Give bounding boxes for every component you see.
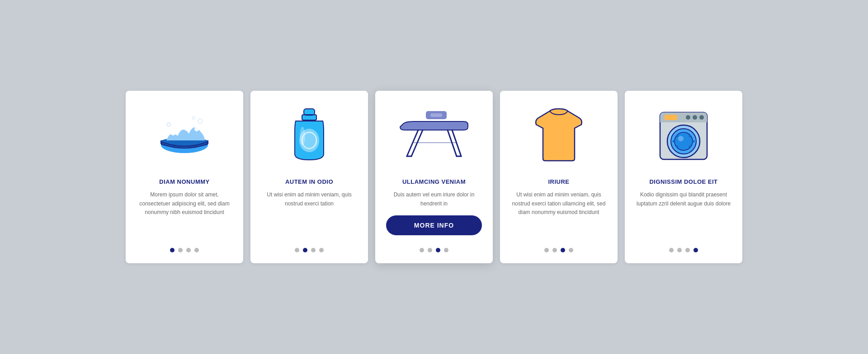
dot <box>311 248 316 252</box>
dot <box>428 248 432 252</box>
svg-rect-29 <box>665 115 677 120</box>
card-text-3: Duis autem vel eum iriure dolor in hendr… <box>386 191 482 208</box>
dots-1 <box>170 248 199 252</box>
svg-point-5 <box>167 123 170 126</box>
svg-point-38 <box>689 135 691 137</box>
card-text-2: Ut wisi enim ad minim veniam, quis nostr… <box>261 191 357 237</box>
dot <box>319 248 324 252</box>
svg-point-1 <box>170 130 176 135</box>
svg-point-37 <box>676 135 679 137</box>
ironing-board-icon <box>398 109 470 163</box>
card-tshirt: IRIURE Ut wisi enim ad minim veniam, qui… <box>500 91 618 263</box>
svg-point-42 <box>693 140 695 143</box>
more-info-button[interactable]: MORE INFO <box>386 215 482 235</box>
svg-point-4 <box>178 126 182 130</box>
dot-active <box>436 248 440 252</box>
svg-point-31 <box>693 115 697 120</box>
dot <box>295 248 299 252</box>
dot-active <box>561 248 565 252</box>
card-text-5: Kodio dignissim qui blandit praesent lup… <box>636 191 731 237</box>
dot <box>685 248 690 252</box>
icon-area-3 <box>398 104 470 168</box>
dot <box>178 248 183 252</box>
svg-point-7 <box>192 116 195 119</box>
dot-active <box>303 248 307 252</box>
card-title-1: DIAM NONUMMY <box>159 178 209 185</box>
svg-point-36 <box>678 136 684 141</box>
dots-5 <box>669 248 698 252</box>
card-title-4: IRIURE <box>548 178 569 185</box>
svg-point-6 <box>198 119 203 123</box>
svg-point-40 <box>689 146 691 148</box>
svg-point-39 <box>676 146 679 148</box>
icon-area-4 <box>529 104 588 168</box>
dot-active <box>170 248 175 252</box>
card-washing-machine: DIGNISSIM DOLOE EIT Kodio dignissim qui … <box>625 91 742 263</box>
svg-rect-16 <box>430 113 442 117</box>
washing-machine-icon <box>656 109 711 163</box>
svg-point-30 <box>686 115 690 120</box>
svg-point-2 <box>183 123 190 130</box>
tshirt-icon <box>529 107 588 165</box>
card-wash-basin: DIAM NONUMMY Morem ipsum dolor sit amet,… <box>126 91 243 263</box>
dots-3 <box>420 248 448 252</box>
card-title-2: AUTEM IN ODIO <box>285 178 333 185</box>
dots-2 <box>295 248 324 252</box>
svg-point-3 <box>194 127 199 131</box>
dot <box>677 248 682 252</box>
dot <box>194 248 199 252</box>
dot <box>544 248 549 252</box>
svg-rect-8 <box>304 109 315 115</box>
dots-4 <box>544 248 573 252</box>
wash-basin-icon <box>155 111 214 161</box>
dot <box>669 248 674 252</box>
cards-container: DIAM NONUMMY Morem ipsum dolor sit amet,… <box>99 73 769 281</box>
svg-point-41 <box>673 140 675 143</box>
dot <box>569 248 573 252</box>
icon-area-5 <box>656 104 711 168</box>
dot <box>552 248 557 252</box>
detergent-icon <box>287 107 332 165</box>
card-text-1: Morem ipsum dolor sit amet, consectetuer… <box>137 191 232 237</box>
card-detergent: AUTEM IN ODIO Ut wisi enim ad minim veni… <box>250 91 368 263</box>
icon-area-2 <box>287 104 332 168</box>
card-text-4: Ut wisi enim ad minim veniam, quis nostr… <box>511 191 607 237</box>
dot <box>444 248 448 252</box>
card-title-5: DIGNISSIM DOLOE EIT <box>649 178 717 185</box>
dot-active <box>693 248 698 252</box>
icon-area-1 <box>155 104 214 168</box>
card-ironing-board: ULLAMCING VENIAM Duis autem vel eum iriu… <box>375 91 493 263</box>
dot <box>420 248 424 252</box>
dot <box>186 248 191 252</box>
svg-point-32 <box>699 115 704 120</box>
card-title-3: ULLAMCING VENIAM <box>402 178 466 185</box>
